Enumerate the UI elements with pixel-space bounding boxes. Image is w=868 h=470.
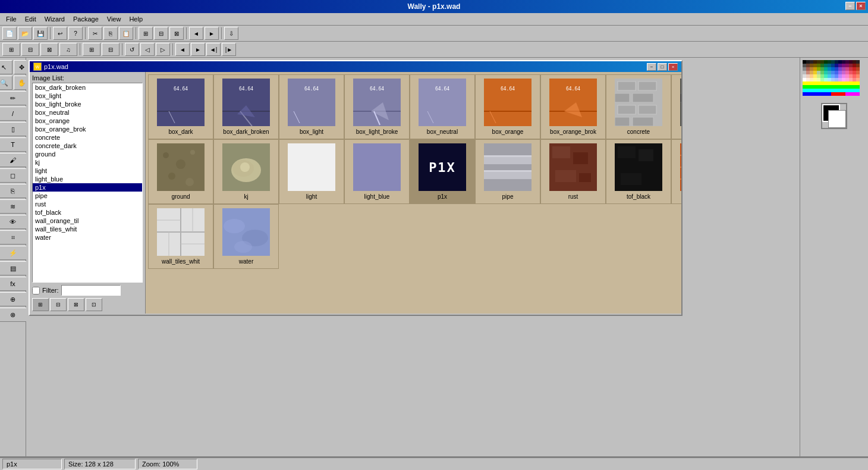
tb-btn4[interactable]: ◄ xyxy=(189,27,203,40)
texture-area[interactable]: 64.64 box_dark 64.64 xyxy=(146,72,681,314)
tb-new[interactable]: 📄 xyxy=(2,27,17,40)
menu-view[interactable]: View xyxy=(103,14,125,24)
list-item-light_blue[interactable]: light_blue xyxy=(33,175,142,183)
texture-box_neutral[interactable]: 64.64 box_neutral xyxy=(410,74,475,139)
view-btn-1[interactable]: ⊞ xyxy=(32,298,49,311)
tool-gradient[interactable]: ▤ xyxy=(0,261,30,275)
tool-pencil[interactable]: ✏ xyxy=(0,91,30,105)
tb-btn3[interactable]: ⊠ xyxy=(169,27,184,40)
tool-smear[interactable]: ≋ xyxy=(0,199,30,214)
list-item-pipe[interactable]: pipe xyxy=(33,192,142,200)
list-item-kj[interactable]: kj xyxy=(33,158,142,167)
wad-close[interactable]: × xyxy=(668,63,678,71)
tb-btn5[interactable]: ► xyxy=(205,27,219,40)
texture-wall_tiles_whit[interactable]: wall_tiles_whit xyxy=(148,204,213,269)
list-item-box_orange[interactable]: box_orange xyxy=(33,117,142,125)
tool-eye[interactable]: 👁 xyxy=(0,215,30,229)
list-item-p1x[interactable]: p1x xyxy=(33,183,142,192)
tb2-btn5[interactable]: ⊞ xyxy=(83,43,100,56)
tool-misc1[interactable]: ⊕ xyxy=(0,292,30,306)
wad-minimize[interactable]: − xyxy=(647,63,656,71)
minimize-button[interactable]: − xyxy=(845,2,855,10)
tb-import[interactable]: ⇩ xyxy=(224,27,238,40)
texture-box_light_broke[interactable]: 64.64 box_light_broke xyxy=(344,74,410,139)
list-item-tof_black[interactable]: tof_black xyxy=(33,208,142,217)
list-item-light[interactable]: light xyxy=(33,167,142,175)
tb2-btn12[interactable]: ◄| xyxy=(206,43,221,56)
tool-wand[interactable]: ⚡ xyxy=(0,246,30,260)
tool-brush[interactable]: 🖌 xyxy=(0,153,30,167)
tool-zoom[interactable]: 🔍 xyxy=(0,76,12,90)
tb-cut[interactable]: ✂ xyxy=(88,27,102,40)
texture-box_orange[interactable]: 64.64 box_orange xyxy=(475,74,540,139)
filter-checkbox[interactable] xyxy=(32,287,40,294)
tb2-btn4[interactable]: ♫ xyxy=(59,43,77,56)
tool-text[interactable]: T xyxy=(0,137,30,152)
texture-light_blue[interactable]: light_blue xyxy=(344,139,410,204)
menu-wizard[interactable]: Wizard xyxy=(41,14,68,24)
tb2-btn9[interactable]: ▷ xyxy=(156,43,170,56)
tb2-btn6[interactable]: ⊟ xyxy=(102,43,119,56)
tb-help[interactable]: ? xyxy=(68,27,83,40)
color-red1[interactable] xyxy=(831,92,845,96)
list-item-box_light[interactable]: box_light xyxy=(33,92,142,100)
tb2-btn2[interactable]: ⊟ xyxy=(21,43,39,56)
tool-fill[interactable]: ▯ xyxy=(0,122,30,136)
texture-box_light[interactable]: 64.64 box_light xyxy=(279,74,344,139)
texture-pipe[interactable]: pipe xyxy=(475,139,540,204)
texture-box_dark_broken[interactable]: 64.64 box_dark_broken xyxy=(213,74,279,139)
menu-file[interactable]: File xyxy=(2,14,20,24)
tool-clone[interactable]: ⎘ xyxy=(0,184,30,198)
tb2-btn10[interactable]: ◄ xyxy=(175,43,190,56)
list-item-water[interactable]: water xyxy=(33,233,142,242)
tool-eraser[interactable]: ◻ xyxy=(0,168,30,183)
texture-rust[interactable]: rust xyxy=(540,139,606,204)
texture-box_dark[interactable]: 64.64 box_dark xyxy=(148,74,213,139)
tb-save[interactable]: 💾 xyxy=(33,27,48,40)
texture-concrete_dark[interactable]: concrete_dark xyxy=(671,74,681,139)
bg-color[interactable] xyxy=(828,110,846,128)
filter-input[interactable] xyxy=(61,285,121,296)
tb2-btn7[interactable]: ↺ xyxy=(125,43,139,56)
list-item-box_orange_brok[interactable]: box_orange_brok xyxy=(33,125,142,133)
wad-restore[interactable]: □ xyxy=(658,63,667,71)
tb-copy[interactable]: ⎘ xyxy=(103,27,118,40)
tb-open[interactable]: 📂 xyxy=(18,27,32,40)
tb2-btn11[interactable]: ► xyxy=(191,43,205,56)
tb-paste[interactable]: 📋 xyxy=(119,27,133,40)
tb-undo[interactable]: ↩ xyxy=(53,27,67,40)
list-item-box_neutral[interactable]: box_neutral xyxy=(33,108,142,117)
menu-help[interactable]: Help xyxy=(125,14,146,24)
texture-tof_black[interactable]: tof_black xyxy=(606,139,671,204)
list-item-concrete_dark[interactable]: concrete_dark xyxy=(33,142,142,150)
tool-select[interactable]: ↖ xyxy=(0,60,12,74)
list-item-concrete[interactable]: concrete xyxy=(33,133,142,142)
list-item-rust[interactable]: rust xyxy=(33,200,142,208)
tb2-btn3[interactable]: ⊠ xyxy=(40,43,58,56)
tb2-btn8[interactable]: ◁ xyxy=(140,43,155,56)
image-list-box[interactable]: box_dark_broken box_light box_light_brok… xyxy=(32,83,143,283)
texture-box_orange_brok[interactable]: 64.64 box_orange_brok xyxy=(540,74,606,139)
tool-crop[interactable]: ⌗ xyxy=(0,230,30,245)
texture-ground[interactable]: ground xyxy=(148,139,213,204)
tb-btn1[interactable]: ⊞ xyxy=(139,27,153,40)
close-button[interactable]: × xyxy=(856,2,866,10)
tb2-btn1[interactable]: ⊞ xyxy=(2,43,20,56)
list-item-wall_orange_til[interactable]: wall_orange_til xyxy=(33,217,142,225)
view-btn-4[interactable]: ⊡ xyxy=(86,298,102,311)
color-magenta1[interactable] xyxy=(845,92,860,96)
view-btn-3[interactable]: ⊠ xyxy=(68,298,84,311)
texture-light[interactable]: light xyxy=(279,139,344,204)
texture-concrete[interactable]: concrete xyxy=(606,74,671,139)
tool-misc2[interactable]: ⊗ xyxy=(0,308,30,322)
menu-edit[interactable]: Edit xyxy=(21,14,40,24)
texture-water[interactable]: water xyxy=(213,204,279,269)
tool-line[interactable]: / xyxy=(0,106,30,121)
list-item-box_dark_broken[interactable]: box_dark_broken xyxy=(33,83,142,92)
list-item-box_light_broke[interactable]: box_light_broke xyxy=(33,100,142,108)
menu-package[interactable]: Package xyxy=(70,14,102,24)
color-blue1[interactable] xyxy=(803,92,831,96)
texture-p1x[interactable]: P1X p1x xyxy=(410,139,475,204)
list-item-ground[interactable]: ground xyxy=(33,150,142,158)
tb2-btn13[interactable]: |► xyxy=(222,43,236,56)
